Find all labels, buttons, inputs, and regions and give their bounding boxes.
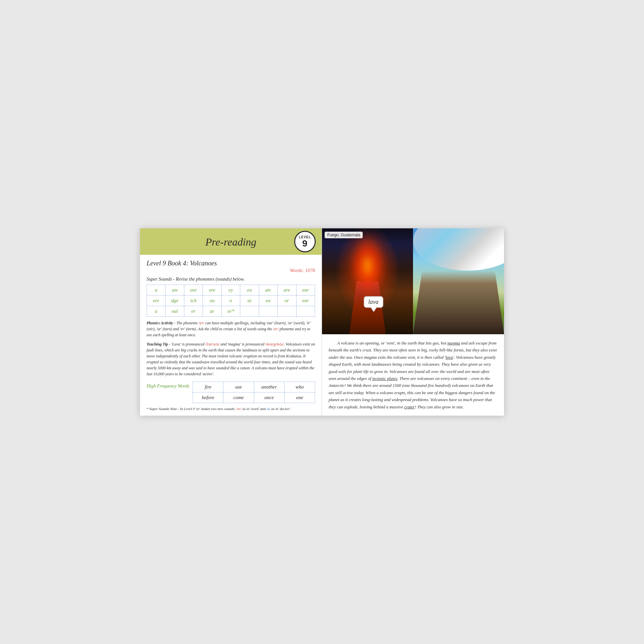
- hfw-cell: use: [223, 382, 254, 392]
- phonics-cell: o: [222, 296, 240, 306]
- phonics-cell: or*: [222, 306, 240, 316]
- lava-flow: [349, 281, 386, 334]
- hfw-section: High Frequency Words fire use another wh…: [147, 382, 315, 403]
- phonics-cell-empty: [240, 306, 259, 316]
- footnote-er: /er/: [236, 407, 241, 411]
- hfw-cell: before: [193, 392, 223, 403]
- phonics-cell: u: [147, 306, 165, 316]
- hfw-label: High Frequency Words: [147, 382, 189, 389]
- header-bar: Pre-reading LEVEL 9: [140, 228, 322, 255]
- hfw-cell: once: [254, 392, 285, 403]
- mayon-image: Mayon, Philippines: [413, 228, 504, 334]
- volcano-images: Fuego, Guatemala lava Mayon, Philippines: [322, 228, 504, 334]
- phonics-grid: a aw oor ore ey ea air are ear eer dge t…: [147, 285, 315, 317]
- lava-phoneme: /l/ar/u/u/: [206, 342, 220, 346]
- left-content: Level 9 Book 4: Volcanoes Words: 1078 Su…: [140, 255, 322, 415]
- phonics-cell: a: [147, 285, 165, 295]
- teaching-tip: Teaching Tip - 'Lava' is pronounced /l/a…: [147, 341, 315, 377]
- phonics-cell: tch: [184, 296, 203, 306]
- left-panel: Pre-reading LEVEL 9 Level 9 Book 4: Volc…: [140, 228, 322, 416]
- words-number: 1078: [305, 268, 315, 273]
- hfw-row-2: before come once one: [193, 392, 315, 403]
- tectonic-plates-underline: tectonic plates: [372, 376, 397, 381]
- right-body-text: A volcano is an opening, or 'vent', in t…: [322, 334, 504, 416]
- phonics-cell: ea: [259, 296, 278, 306]
- phonics-cell: oul: [165, 306, 184, 316]
- hfw-cell: another: [254, 382, 285, 392]
- phonics-cell: ey: [222, 285, 240, 295]
- words-label: Words:: [290, 268, 305, 273]
- pre-reading-title: Pre-reading: [205, 236, 256, 248]
- phonics-cell: oor: [184, 285, 203, 295]
- phonics-cell: eer: [147, 296, 165, 306]
- level-badge: LEVEL 9: [294, 231, 316, 252]
- phonics-cell: are: [278, 285, 296, 295]
- phonics-cell: er: [184, 306, 203, 316]
- phonics-cell-empty: [278, 306, 296, 316]
- phonics-cell: dge: [165, 296, 184, 306]
- hfw-row-1: fire use another who: [193, 382, 315, 392]
- lava-underline: lava: [445, 355, 453, 360]
- hfw-cell: come: [223, 392, 254, 403]
- phonics-cell: ear: [297, 285, 315, 295]
- right-panel: Fuego, Guatemala lava Mayon, Philippines…: [322, 228, 504, 416]
- phonics-cell: ea: [240, 285, 259, 295]
- activity-er-phoneme: /er/: [199, 321, 204, 325]
- phonics-row-2: eer dge tch ou o ui ea or ear: [147, 296, 315, 306]
- fuego-image: Fuego, Guatemala lava: [322, 228, 413, 334]
- phonics-cell: air: [259, 285, 278, 295]
- hfw-cell: fire: [193, 382, 223, 392]
- phonics-row-3: u oul er ar or*: [147, 306, 315, 316]
- phonics-cell: ear: [297, 296, 315, 306]
- hfw-grid: fire use another who before come once on…: [193, 382, 315, 403]
- footnote-u: /u/: [266, 407, 270, 411]
- crater-underline: crater: [404, 404, 415, 409]
- super-sounds-label: Super Sounds - Revise the phonemes (soun…: [147, 277, 315, 282]
- hfw-cell: who: [285, 382, 315, 392]
- magma-underline: magma: [447, 341, 460, 345]
- phonics-cell: ou: [203, 296, 221, 306]
- activity-er-phoneme2: /er/: [273, 327, 279, 331]
- phonics-cell-empty: [297, 306, 315, 316]
- hfw-cell: one: [285, 392, 315, 403]
- phonics-cell: ar: [203, 306, 221, 316]
- phonics-cell-empty: [259, 306, 278, 316]
- footnote: * Super Sounds Note - In Level 9 'or' ma…: [147, 406, 315, 411]
- lava-callout: lava: [364, 296, 383, 308]
- phonics-cell: aw: [165, 285, 184, 295]
- phonics-cell: ui: [240, 296, 259, 306]
- activity-text: Phonics Activity - The phoneme /er/ can …: [147, 320, 315, 338]
- activity-label: Phonics Activity: [147, 321, 173, 325]
- fuego-location-tag: Fuego, Guatemala: [325, 232, 363, 238]
- mayon-location-tag: Mayon, Philippines: [463, 232, 501, 238]
- phonics-row-1: a aw oor ore ey ea air are ear: [147, 285, 315, 296]
- phonics-cell: ore: [203, 285, 221, 295]
- level-number: 9: [302, 239, 308, 248]
- page-container: Pre-reading LEVEL 9 Level 9 Book 4: Volc…: [140, 228, 504, 416]
- phonics-cell: or: [278, 296, 296, 306]
- words-count: Words: 1078: [147, 268, 315, 273]
- magma-phoneme: /m/a/g/m/u/: [265, 342, 284, 346]
- book-title: Level 9 Book 4: Volcanoes: [147, 259, 315, 267]
- teaching-tip-label: Teaching Tip: [147, 342, 168, 346]
